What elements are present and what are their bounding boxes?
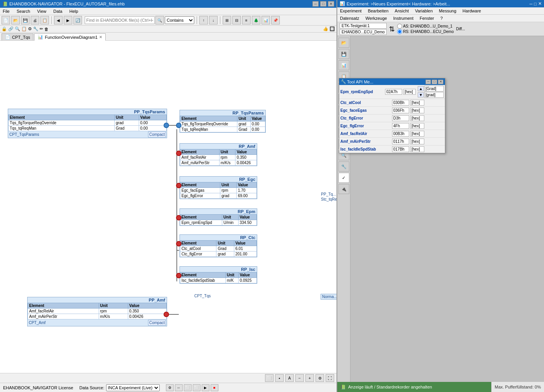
rv-btn-2[interactable]: 💾 xyxy=(338,49,349,59)
api-val-7[interactable] xyxy=(392,146,409,152)
data-source-select[interactable]: INCA Experiment (Live) File xyxy=(106,384,160,391)
rp-amf-input-port[interactable] xyxy=(176,151,181,156)
tb2-btn1[interactable]: 🔒 xyxy=(2,26,7,31)
menu-search[interactable]: Search xyxy=(16,9,31,14)
status-icon-1[interactable]: ⚙ xyxy=(166,384,174,391)
tb-pin-btn[interactable]: 📌 xyxy=(271,16,280,24)
api-val-0[interactable] xyxy=(385,89,402,95)
rmenu-hardware[interactable]: Hardware xyxy=(461,8,482,14)
zoom-text-btn[interactable]: A xyxy=(285,374,294,382)
rv-btn-11[interactable]: 🔧 xyxy=(338,161,349,172)
pp-amf-compact[interactable]: Compact xyxy=(148,320,166,326)
tb-list-btn[interactable]: ≡ xyxy=(242,16,251,24)
rmenu-instrument[interactable]: Instrument xyxy=(392,16,415,21)
tb-fwd-btn[interactable]: ▶ xyxy=(64,16,72,24)
zoom-options-btn[interactable]: ⚙ xyxy=(316,374,324,382)
rv-btn-13[interactable]: 🔌 xyxy=(338,184,349,194)
rmenu-werkzeuge[interactable]: Werkzeuge xyxy=(364,16,388,21)
tb2-btn3[interactable]: 🔍 xyxy=(15,26,20,31)
rp-epm-input-port[interactable] xyxy=(176,215,181,220)
api-down-0[interactable]: ▼ xyxy=(418,92,424,97)
left-maximize-btn[interactable]: □ xyxy=(320,1,326,7)
rmenu-variablen[interactable]: Variablen xyxy=(414,8,434,14)
tab-cpt-tqs[interactable]: 📄 CPT_Tqs xyxy=(2,33,33,40)
rmenu-fenster[interactable]: Fenster xyxy=(418,16,435,21)
tb-grid-btn[interactable]: ⊞ xyxy=(223,16,231,24)
tb2-right-btn2[interactable]: 🔲 xyxy=(330,26,335,31)
search-go-btn[interactable]: 🔍 xyxy=(155,16,164,24)
tb-down-btn[interactable]: ↓ xyxy=(209,16,218,24)
rmenu-messung[interactable]: Messung xyxy=(438,8,458,14)
fullscreen-btn[interactable]: ⛶ xyxy=(326,374,334,382)
left-close-btn[interactable]: ✕ xyxy=(328,1,334,7)
tb2-btn8[interactable]: 🗑 xyxy=(44,27,49,31)
status-icon-2[interactable]: ↔ xyxy=(175,384,183,391)
right-minimize-btn[interactable]: ─ xyxy=(530,2,533,6)
tb-up-btn[interactable]: ↑ xyxy=(199,16,208,24)
rp-tqs-params-input-port[interactable] xyxy=(176,123,181,128)
api-val-4[interactable] xyxy=(392,123,409,129)
tab-function-overview[interactable]: 📊 FunctionOverviewDiagram1 ✕ xyxy=(34,33,106,41)
rmenu-datensatz[interactable]: Datensatz xyxy=(339,16,361,21)
tb-btn5[interactable]: 📋 xyxy=(40,16,49,24)
api-val-5[interactable] xyxy=(392,131,409,137)
tb-tree-btn[interactable]: 🌲 xyxy=(252,16,260,24)
pp-amf-output-port[interactable] xyxy=(164,312,169,317)
status-icon-4[interactable]: ⬜ xyxy=(193,384,201,391)
tb-btn8[interactable]: 🔄 xyxy=(73,16,82,24)
tb2-btn4[interactable]: 📋 xyxy=(21,26,27,31)
api-val-6[interactable] xyxy=(392,139,409,144)
zoom-rect-btn[interactable]: ▪ xyxy=(275,374,284,382)
tb-back-btn[interactable]: ◀ xyxy=(54,16,63,24)
zoom-out-btn[interactable]: − xyxy=(295,374,304,382)
menu-file[interactable]: File xyxy=(2,9,11,14)
api-up-0[interactable]: ▲ xyxy=(418,86,424,91)
rmenu-ansicht[interactable]: Ansicht xyxy=(394,8,410,14)
tb-grid2-btn[interactable]: ⊟ xyxy=(232,16,241,24)
rv-btn-12[interactable]: ✓ xyxy=(338,173,349,183)
right-close-btn[interactable]: ✕ xyxy=(538,1,542,6)
rv-btn-3[interactable]: 📊 xyxy=(338,60,349,70)
pp-tqs-params-compact[interactable]: Compact xyxy=(148,132,166,137)
tb2-btn7[interactable]: ✏ xyxy=(40,26,43,31)
diff-btn[interactable]: Diff... xyxy=(456,27,472,31)
zoom-fit-btn[interactable]: ⬜ xyxy=(265,374,274,382)
tb-chart-btn[interactable]: 📊 xyxy=(262,16,270,24)
tb2-btn2[interactable]: 🔗 xyxy=(8,26,14,31)
zoom-in-btn[interactable]: + xyxy=(305,374,314,382)
rp-egc-input-port[interactable] xyxy=(176,183,181,188)
rp-isc-input-port[interactable] xyxy=(176,273,181,278)
tb2-btn5[interactable]: ⚙ xyxy=(28,26,32,31)
status-icon-play[interactable]: ▶ xyxy=(202,384,209,391)
rs-radio[interactable] xyxy=(397,29,402,34)
as-radio[interactable] xyxy=(397,24,402,29)
tool-api-close[interactable]: ✕ xyxy=(438,80,443,84)
rmenu-help[interactable]: ? xyxy=(439,16,444,21)
search-mode-select[interactable]: Contains Exact Starts With xyxy=(165,16,194,24)
tool-api-maximize[interactable]: □ xyxy=(432,80,437,84)
tb2-btn6[interactable]: 🔧 xyxy=(33,26,38,31)
tb2-right-btn1[interactable]: 👍 xyxy=(323,26,328,31)
api-val-2[interactable] xyxy=(392,108,409,113)
rp-ctc-input-port[interactable] xyxy=(176,241,181,246)
menu-data[interactable]: Data xyxy=(52,9,63,14)
tb-open-btn[interactable]: 📂 xyxy=(11,16,20,24)
rmenu-experiment[interactable]: Experiment xyxy=(339,8,363,14)
right-maximize-btn[interactable]: □ xyxy=(534,2,537,6)
left-minimize-btn[interactable]: ─ xyxy=(312,1,319,7)
rmenu-bearbeiten[interactable]: Bearbeiten xyxy=(367,8,390,14)
tb-new-btn[interactable]: 📄 xyxy=(2,16,10,24)
status-icon-stop[interactable]: ■ xyxy=(211,384,218,391)
search-input[interactable] xyxy=(85,16,155,24)
menu-view[interactable]: View xyxy=(36,9,48,14)
tool-api-minimize[interactable]: ─ xyxy=(425,80,431,84)
api-val-3[interactable] xyxy=(392,115,409,121)
tb-print-btn[interactable]: 🖨 xyxy=(31,16,39,24)
tb-save-btn[interactable]: 💾 xyxy=(21,16,30,24)
status-icon-3[interactable]: ⬜ xyxy=(184,384,192,391)
menu-help[interactable]: Help xyxy=(68,9,80,14)
pp-tqs-params-output-port[interactable] xyxy=(164,123,169,128)
tab-func-close[interactable]: ✕ xyxy=(99,35,102,39)
api-val-1[interactable] xyxy=(392,100,409,106)
rv-btn-1[interactable]: 📂 xyxy=(338,38,349,48)
